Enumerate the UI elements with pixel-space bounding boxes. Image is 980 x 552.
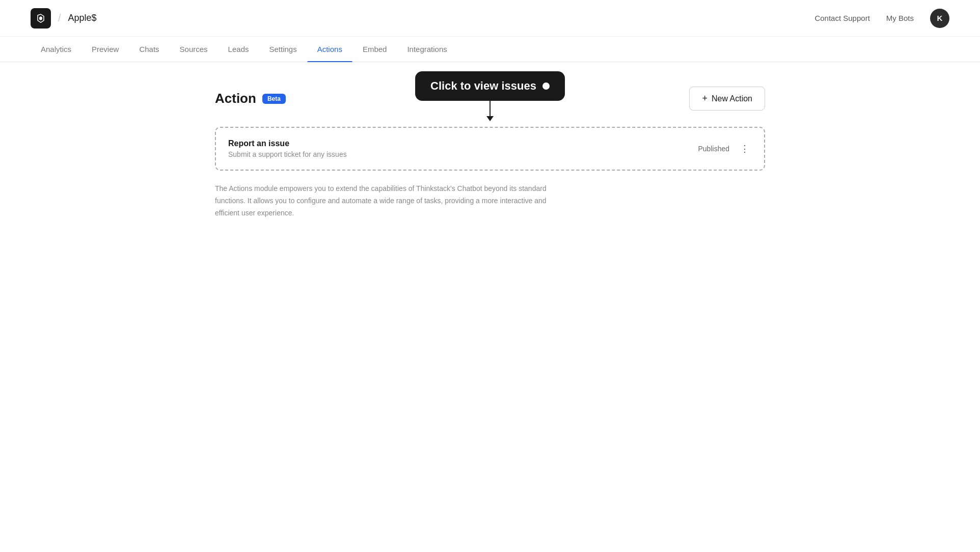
- tooltip-arrow-icon: [489, 101, 491, 117]
- nav-chats[interactable]: Chats: [129, 37, 169, 62]
- new-action-button[interactable]: + New Action: [689, 87, 765, 111]
- action-name: Report an issue: [228, 139, 347, 148]
- nav: Analytics Preview Chats Sources Leads Se…: [0, 37, 980, 62]
- nav-leads[interactable]: Leads: [218, 37, 259, 62]
- logo-icon[interactable]: [31, 8, 51, 29]
- nav-integrations[interactable]: Integrations: [397, 37, 457, 62]
- new-action-label: New Action: [712, 94, 752, 103]
- tooltip-text: Click to view issues: [430, 79, 536, 93]
- action-description: Submit a support ticket for any issues: [228, 150, 347, 158]
- main-content: Action Beta Click to view issues + New A…: [184, 62, 796, 243]
- nav-preview[interactable]: Preview: [81, 37, 129, 62]
- page-title-group: Action Beta: [215, 91, 286, 106]
- nav-settings[interactable]: Settings: [259, 37, 307, 62]
- action-card[interactable]: Report an issue Submit a support ticket …: [215, 127, 765, 171]
- nav-sources[interactable]: Sources: [170, 37, 218, 62]
- module-description: The Actions module empowers you to exten…: [215, 183, 561, 219]
- app-name: Apple$: [68, 13, 97, 23]
- nav-actions[interactable]: Actions: [307, 37, 352, 62]
- beta-badge: Beta: [262, 94, 286, 104]
- more-options-button[interactable]: ⋮: [738, 142, 752, 156]
- nav-analytics[interactable]: Analytics: [31, 37, 81, 62]
- plus-icon: +: [702, 93, 707, 104]
- tooltip-dot-icon: [542, 82, 550, 90]
- page-header: Action Beta Click to view issues + New A…: [215, 87, 765, 111]
- header-right: Contact Support My Bots K: [814, 9, 949, 28]
- header: / Apple$ Contact Support My Bots K: [0, 0, 980, 37]
- action-info: Report an issue Submit a support ticket …: [228, 139, 347, 158]
- published-status: Published: [698, 145, 730, 153]
- avatar[interactable]: K: [930, 9, 949, 28]
- nav-embed[interactable]: Embed: [352, 37, 397, 62]
- page-title: Action: [215, 91, 256, 106]
- tooltip-wrapper[interactable]: Click to view issues: [415, 71, 565, 117]
- breadcrumb-separator: /: [58, 12, 61, 24]
- contact-support-link[interactable]: Contact Support: [814, 14, 869, 22]
- tooltip-bubble[interactable]: Click to view issues: [415, 71, 565, 101]
- my-bots-link[interactable]: My Bots: [886, 14, 914, 22]
- action-right: Published ⋮: [698, 142, 752, 156]
- header-left: / Apple$: [31, 8, 97, 29]
